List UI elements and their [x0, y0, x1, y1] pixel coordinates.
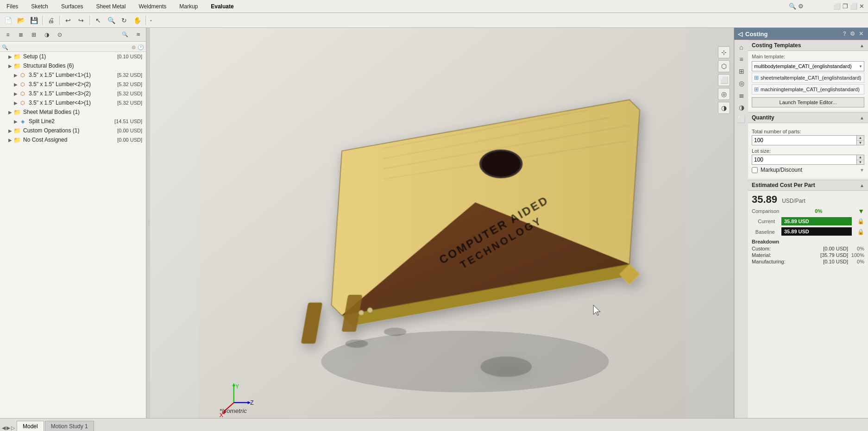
- expand-lumber2[interactable]: ▶: [13, 82, 19, 87]
- markup-chevron[interactable]: ▼: [860, 168, 864, 173]
- tab-model[interactable]: Model: [17, 421, 44, 431]
- property-manager-btn[interactable]: ≣: [15, 29, 27, 41]
- view-appearance-btn[interactable]: ◑: [718, 102, 730, 114]
- breakdown-manufacturing: Manufacturing: [0.10 USD] 0%: [748, 258, 868, 265]
- graph-side-icon[interactable]: ◎: [736, 78, 747, 89]
- rotate-button[interactable]: ↻: [118, 14, 130, 26]
- view-orientation-btn[interactable]: ⊹: [718, 46, 730, 58]
- back-arrow-icon[interactable]: ◁: [738, 31, 742, 37]
- close-panel-icon[interactable]: ✕: [858, 31, 864, 37]
- filter-icon[interactable]: ⊜: [132, 44, 136, 50]
- custom-btn[interactable]: ⊙: [54, 29, 66, 41]
- menu-sheet-metal[interactable]: Sheet Metal: [93, 2, 128, 11]
- expand-lumber3[interactable]: ▶: [13, 91, 19, 96]
- settings-icon[interactable]: ⚙: [849, 31, 856, 37]
- window-close-icon[interactable]: ✕: [859, 3, 864, 10]
- tree-item-structural[interactable]: ▶ 📁 Structural Bodies (6): [0, 61, 146, 70]
- comparison-label: Comparison: [752, 208, 779, 214]
- select-button[interactable]: ↖: [92, 14, 104, 26]
- view-3d-btn[interactable]: ⬡: [718, 60, 730, 72]
- estimated-cost-section-header[interactable]: Estimated Cost Per Part ▲: [748, 180, 868, 191]
- tree-side-icon[interactable]: ≡: [736, 54, 747, 65]
- lot-size-increment[interactable]: ▲: [857, 155, 864, 160]
- menu-markup[interactable]: Markup: [176, 2, 201, 11]
- menu-evaluate[interactable]: Evaluate: [208, 2, 236, 11]
- appearance-btn[interactable]: ◑: [41, 29, 53, 41]
- clock-icon[interactable]: 🕐: [138, 44, 144, 50]
- setup-cost: [0.10 USD]: [117, 54, 144, 59]
- expand-splitline[interactable]: ▶: [13, 119, 19, 124]
- left-panel-resize-handle[interactable]: ⋮: [146, 28, 150, 418]
- save-button[interactable]: 💾: [28, 14, 40, 26]
- total-parts-input[interactable]: [752, 135, 857, 145]
- tree-item-lumber4[interactable]: ▶ ⬡ 3.5" x 1.5" Lumber<4>(1) [5.32 USD]: [0, 98, 146, 107]
- tree-item-setup[interactable]: ▶ 📁 Setup (1) [0.10 USD]: [0, 52, 146, 61]
- total-parts-increment[interactable]: ▲: [857, 136, 864, 141]
- tree-search-input[interactable]: [10, 45, 132, 50]
- open-button[interactable]: 📂: [15, 14, 27, 26]
- left-panel: ≡ ≣ ⊞ ◑ ⊙ 🔍 ≋ 🔍 ⊜ 🕐 ▶ 📁: [0, 28, 146, 418]
- config-side-icon[interactable]: ◑: [736, 102, 747, 113]
- search-icon[interactable]: 🔍: [789, 3, 796, 10]
- launch-template-editor-button[interactable]: Launch Template Editor...: [752, 97, 864, 107]
- lot-size-input[interactable]: [752, 155, 857, 165]
- quantity-section-header[interactable]: Quantity ▲: [748, 112, 868, 123]
- tree-item-lumber1[interactable]: ▶ ⬡ 3.5" x 1.5" Lumber<1>(1) [5.32 USD]: [0, 70, 146, 80]
- nav-first-icon[interactable]: ▶: [6, 425, 10, 431]
- menu-files[interactable]: Files: [4, 2, 21, 11]
- table-side-icon[interactable]: ⊞: [736, 66, 747, 77]
- expand-nocost[interactable]: ▶: [7, 137, 13, 143]
- tree-item-nocost[interactable]: ▶ 📁 No Cost Assigned [0.00 USD]: [0, 135, 146, 144]
- menu-weldments[interactable]: Weldments: [136, 2, 169, 11]
- markup-discount-checkbox[interactable]: [752, 167, 758, 173]
- nav-prev-icon[interactable]: ◀: [2, 425, 6, 431]
- expand-custom[interactable]: ▶: [7, 128, 13, 133]
- templates-section-header[interactable]: Costing Templates ▲: [748, 40, 868, 51]
- viewport[interactable]: COMPUTER AIDED TECHNOLOGY: [150, 28, 734, 418]
- menu-sketch[interactable]: Sketch: [28, 2, 51, 11]
- redo-button[interactable]: ↪: [75, 14, 87, 26]
- main-template-select[interactable]: multibodytemplate_CATI_(englishstandard): [752, 61, 864, 71]
- view-scene-btn[interactable]: ◎: [718, 88, 730, 100]
- expand-lumber4[interactable]: ▶: [13, 100, 19, 106]
- pan-button[interactable]: ✋: [131, 14, 143, 26]
- new-button[interactable]: 📄: [2, 14, 14, 26]
- home-side-icon[interactable]: ⌂: [736, 42, 747, 53]
- window-restore-icon[interactable]: ❐: [843, 3, 848, 10]
- total-parts-decrement[interactable]: ▼: [857, 141, 864, 145]
- window-maximize-icon[interactable]: ⬜: [850, 3, 857, 10]
- filter-btn[interactable]: ≋: [132, 29, 144, 41]
- svg-text:Y: Y: [235, 383, 239, 390]
- expand-sheetmetal[interactable]: ▶: [7, 110, 13, 115]
- zoom-button[interactable]: 🔍: [105, 14, 117, 26]
- tree-item-custom[interactable]: ▶ 📁 Custom Operations (1) [0.00 USD]: [0, 126, 146, 135]
- help-icon[interactable]: ?: [842, 31, 847, 37]
- tree-item-splitline[interactable]: ▶ ◈ Split Line2 [14.51 USD]: [0, 117, 146, 126]
- tree-item-lumber2[interactable]: ▶ ⬡ 3.5" x 1.5" Lumber<2>(2) [5.32 USD]: [0, 80, 146, 89]
- display-side-icon[interactable]: ⬜: [736, 114, 747, 125]
- sheetmetal-template-item[interactable]: ⊞ sheetmetaltemplate_CATI_(englishstanda…: [752, 73, 864, 83]
- undo-button[interactable]: ↩: [62, 14, 74, 26]
- lot-size-decrement[interactable]: ▼: [857, 160, 864, 165]
- nav-next-icon[interactable]: ▷: [11, 425, 15, 431]
- markup-discount-row: Markup/Discount ▼: [752, 165, 864, 175]
- tree-item-sheetmetal[interactable]: ▶ 📁 Sheet Metal Bodies (1): [0, 107, 146, 117]
- expand-setup[interactable]: ▶: [7, 54, 13, 59]
- expand-structural[interactable]: ▶: [7, 63, 13, 69]
- window-minimize-icon[interactable]: ⬜: [833, 3, 841, 10]
- search-tree-btn[interactable]: 🔍: [119, 29, 131, 41]
- tree-item-lumber3[interactable]: ▶ ⬡ 3.5" x 1.5" Lumber<3>(2) [5.32 USD]: [0, 89, 146, 98]
- config-manager-btn[interactable]: ⊞: [28, 29, 40, 41]
- baseline-lock-icon[interactable]: 🔒: [857, 229, 864, 235]
- view-settings-icon[interactable]: ⚙: [798, 3, 804, 10]
- view-display-btn[interactable]: ⬜: [718, 74, 730, 86]
- tab-motion-study[interactable]: Motion Study 1: [45, 421, 94, 431]
- menu-surfaces[interactable]: Surfaces: [58, 2, 86, 11]
- feature-manager-btn[interactable]: ≡: [2, 29, 14, 41]
- list-side-icon[interactable]: ≣: [736, 90, 747, 101]
- current-lock-icon[interactable]: 🔒: [857, 218, 864, 225]
- right-panel-main-content: Costing Templates ▲ Main template: multi…: [748, 40, 868, 418]
- print-button[interactable]: 🖨: [45, 14, 57, 26]
- expand-lumber1[interactable]: ▶: [13, 73, 19, 78]
- machining-template-item[interactable]: ⊞ machiningtemplate_CATI_(englishstandar…: [752, 84, 864, 94]
